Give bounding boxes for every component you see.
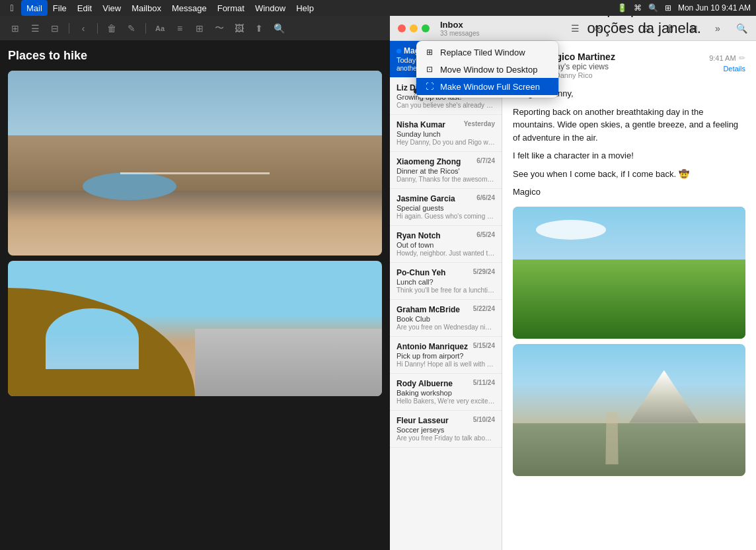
font-btn[interactable]: Aa	[153, 21, 167, 36]
sky-bg	[8, 71, 382, 145]
edit-icon: ✏	[739, 53, 745, 63]
sender-name: Fleur Lasseur 5/10/24	[397, 416, 495, 425]
sidebar-icon-btn[interactable]: ☰	[568, 22, 582, 35]
fence	[120, 172, 270, 174]
left-content: Places to hike	[0, 41, 390, 404]
table-btn[interactable]: ⊞	[192, 21, 207, 36]
battery-icon: 🔋	[617, 3, 627, 13]
mail-preview: Are you free on Wednesday night? Can't w…	[397, 324, 495, 331]
wifi-icon: ⌘	[634, 3, 642, 13]
mail-time: 5/22/24	[473, 305, 495, 314]
search-icon-menubar[interactable]: 🔍	[648, 3, 658, 13]
menu-mailbox[interactable]: Mailbox	[126, 0, 167, 16]
mail-inline-photo-1	[513, 207, 745, 339]
move-window-to-desktop-item[interactable]: ⊡ Move Window to Desktop	[416, 61, 558, 78]
move-window-icon: ⊡	[424, 64, 435, 75]
mail-list-item[interactable]: Jasmine Garcia 6/6/24 Special guests Hi …	[390, 189, 502, 226]
mail-list-item[interactable]: Graham McBride 5/22/24 Book Club Are you…	[390, 300, 502, 337]
menu-file[interactable]: File	[48, 0, 72, 16]
mail-title-text: Inbox 33 messages	[440, 20, 479, 37]
body-para-4: See you when I come back, if I come back…	[513, 168, 745, 181]
mail-subject: Lunch call?	[397, 278, 495, 286]
menubar-right: 🔋 ⌘ 🔍 ⊞ Mon Jun 10 9:41 AM	[617, 3, 751, 13]
replace-tiled-window-item[interactable]: ⊞ Replace Tiled Window	[416, 44, 558, 61]
mail-preview: Hi again. Guess who's coming to town wit…	[397, 213, 495, 220]
fullscreen-icon: ⛶	[424, 81, 435, 92]
menu-edit[interactable]: Edit	[72, 0, 97, 16]
photo-btn[interactable]: 🖼	[232, 21, 246, 36]
mail-preview: Howdy, neighbor. Just wanted to drop a q…	[397, 250, 495, 257]
archive-icon-btn[interactable]: ⊡	[640, 22, 653, 35]
menu-message[interactable]: Message	[167, 0, 212, 16]
from-name: Magico Martinez	[543, 52, 709, 62]
search-left-btn[interactable]: 🔍	[272, 21, 286, 36]
mail-preview: Can you believe she's already so tall? P…	[397, 102, 495, 109]
details-button[interactable]: Details	[709, 65, 745, 73]
mail-body-text: Hi again Danny, Reporting back on anothe…	[513, 87, 745, 199]
list-view-btn[interactable]: ☰	[28, 21, 42, 36]
minimize-button[interactable]	[410, 24, 418, 32]
clouds	[536, 220, 606, 240]
inbox-label: Inbox	[440, 20, 479, 30]
waveform-btn[interactable]: 〜	[212, 21, 227, 36]
mail-time: Yesterday	[464, 120, 495, 129]
mail-preview: Hi Danny! Hope all is well with you. I'm…	[397, 361, 495, 368]
mail-subject: Pick up from airport?	[397, 352, 495, 360]
mail-subject: Soccer jerseys	[397, 426, 495, 434]
window-options-dropdown[interactable]: ⊞ Replace Tiled Window ⊡ Move Window to …	[416, 41, 558, 98]
make-window-fullscreen-item[interactable]: ⛶ Make Window Full Screen	[416, 78, 558, 95]
left-pane: ⊞ ☰ ⊟ ‹ 🗑 ✎ Aa ≡ ⊞ 〜 🖼 ⬆ 🔍 Places to hik…	[0, 16, 390, 550]
mail-content: M Magico Martinez Today's epic views To:…	[502, 41, 756, 550]
mail-list-item[interactable]: Xiaomeng Zhong 6/7/24 Dinner at the Rico…	[390, 152, 502, 189]
mail-list-item[interactable]: Ryan Notch 6/5/24 Out of town Howdy, nei…	[390, 226, 502, 263]
mail-preview: Hey Danny, Do you and Rigo want to come …	[397, 139, 495, 146]
sender-name: Xiaomeng Zhong 6/7/24	[397, 157, 495, 166]
more-icon-btn[interactable]: »	[711, 22, 724, 35]
photo-arch	[8, 261, 382, 396]
compose-btn[interactable]: ✎	[124, 21, 139, 36]
sender-name: Graham McBride 5/22/24	[397, 305, 495, 314]
apple-menu[interactable]: 	[5, 0, 19, 16]
mail-subject: Special guests	[397, 204, 495, 212]
body-para-3: I felt like a character in a movie!	[513, 149, 745, 162]
mountain-snow	[629, 370, 699, 423]
junk-icon-btn[interactable]: ⊠	[687, 22, 700, 35]
mail-from-info: Magico Martinez Today's epic views To: D…	[543, 52, 709, 79]
menu-mail[interactable]: Mail	[21, 0, 48, 16]
menu-help[interactable]: Help	[291, 0, 319, 16]
share-btn[interactable]: ⬆	[252, 21, 266, 36]
mail-time: 6/6/24	[476, 194, 495, 203]
delete-btn[interactable]: 🗑	[104, 21, 119, 36]
from-to: To: Danny Rico	[543, 71, 709, 79]
grid-view-btn[interactable]: ⊟	[48, 21, 62, 36]
zoom-button[interactable]	[422, 24, 430, 32]
sender-name: Antonio Manriquez 5/15/24	[397, 342, 495, 351]
mail-header-right: 9:41 AM ✏ Details	[709, 52, 745, 73]
mail-list-item[interactable]: Rody Albuerne 5/11/24 Baking workshop He…	[390, 374, 502, 411]
sidebar-toggle-btn[interactable]: ⊞	[8, 21, 22, 36]
road-path	[605, 412, 618, 464]
menu-view[interactable]: View	[97, 0, 126, 16]
controlcenter-icon[interactable]: ⊞	[665, 3, 671, 13]
sender-name: Ryan Notch 6/5/24	[397, 231, 495, 240]
datetime: Mon Jun 10 9:41 AM	[678, 3, 751, 13]
menu-window[interactable]: Window	[250, 0, 291, 16]
close-button[interactable]	[398, 24, 406, 32]
compose-icon-btn[interactable]: ✉	[592, 22, 605, 35]
mail-subject: Dinner at the Ricos'	[397, 167, 495, 175]
mail-list-item[interactable]: Fleur Lasseur 5/10/24 Soccer jerseys Are…	[390, 411, 502, 448]
unread-dot	[397, 49, 401, 53]
menu-format[interactable]: Format	[212, 0, 250, 16]
new-message-btn[interactable]: ✎	[616, 22, 629, 35]
mail-list-item[interactable]: Nisha Kumar Yesterday Sunday lunch Hey D…	[390, 115, 502, 152]
mail-body: Magico Martinez Today's epic views anoth…	[390, 41, 756, 550]
trash-icon-btn[interactable]: 🗑	[663, 22, 677, 35]
mail-list-item[interactable]: Po-Chun Yeh 5/29/24 Lunch call? Think yo…	[390, 263, 502, 300]
mail-preview: Hello Bakers, We're very excited to have…	[397, 397, 495, 405]
indent-btn[interactable]: ≡	[172, 21, 187, 36]
arch-hole	[46, 308, 139, 369]
back-btn[interactable]: ‹	[76, 21, 91, 36]
mail-list-item[interactable]: Antonio Manriquez 5/15/24 Pick up from a…	[390, 337, 502, 374]
search-icon-btn[interactable]: 🔍	[735, 22, 748, 35]
mail-inline-photo-2	[513, 344, 745, 476]
